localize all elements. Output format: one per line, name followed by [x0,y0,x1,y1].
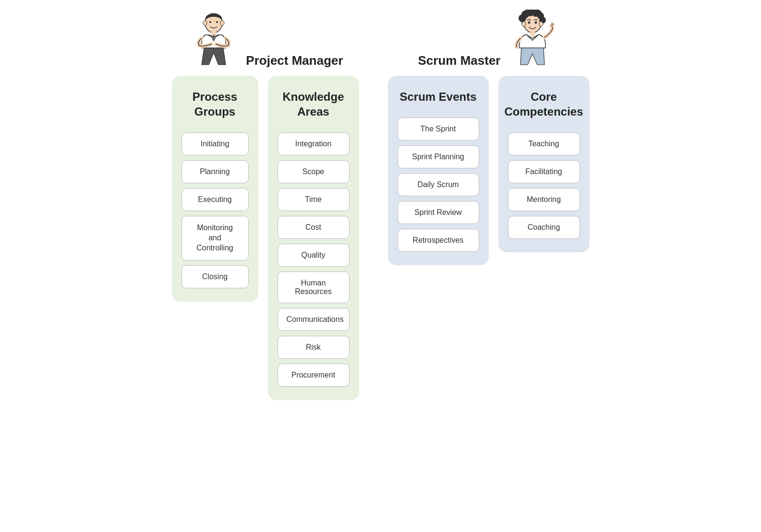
svg-point-16 [528,22,531,24]
svg-point-1 [203,21,207,25]
list-item: Quality [278,244,350,267]
sm-label: Scrum Master [418,53,501,68]
list-item: Procurement [278,364,350,387]
list-item: Scope [278,160,350,183]
pm-section: Project Manager ProcessGroups Initiating… [172,10,359,400]
svg-point-4 [216,21,218,23]
sm-title-block: Scrum Master [418,53,501,72]
list-item: Teaching [508,132,580,155]
sm-columns: Scrum Events The Sprint Sprint Planning … [388,76,590,265]
list-item: Cost [278,216,350,239]
svg-point-15 [539,22,543,26]
scrum-events-title: Scrum Events [399,89,476,104]
process-groups-column: ProcessGroups Initiating Planning Execut… [172,76,258,302]
pm-title-block: Project Manager [246,53,343,72]
pm-character-icon [187,10,240,72]
scrum-events-column: Scrum Events The Sprint Sprint Planning … [388,76,489,265]
list-item: Retrospectives [398,229,479,252]
list-item: Planning [181,160,249,183]
list-item: Daily Scrum [398,173,479,196]
sm-section: Scrum Master [388,10,590,265]
pm-columns: ProcessGroups Initiating Planning Execut… [172,76,359,400]
pm-label: Project Manager [246,53,343,68]
svg-point-3 [209,21,211,23]
svg-point-17 [535,22,537,24]
svg-point-2 [220,21,224,25]
list-item: Coaching [508,216,580,239]
core-competencies-column: CoreCompetencies Teaching Facilitating M… [498,76,590,252]
list-item: Risk [278,336,350,359]
svg-rect-18 [530,32,535,36]
list-item: Integration [278,132,350,155]
page-wrapper: Project Manager ProcessGroups Initiating… [19,10,742,400]
pm-header-row: Project Manager [187,10,343,72]
process-groups-title: ProcessGroups [193,89,237,119]
list-item: Mentoring [508,188,580,211]
list-item: Facilitating [508,160,580,183]
list-item: The Sprint [398,118,479,141]
list-item: Communications [278,308,350,331]
core-competencies-title: CoreCompetencies [504,89,583,119]
sm-header-row: Scrum Master [418,10,559,72]
svg-point-14 [522,22,526,26]
list-item: Closing [181,265,249,288]
list-item: Time [278,188,350,211]
list-item: Initiating [181,132,249,155]
list-item: Sprint Review [398,201,479,224]
list-item: Human Resources [278,272,350,303]
knowledge-areas-column: KnowledgeAreas Integration Scope Time Co… [268,76,359,400]
knowledge-areas-title: KnowledgeAreas [282,89,344,119]
list-item: Executing [181,188,249,211]
list-item: Sprint Planning [398,145,479,168]
sm-character-icon [506,10,559,72]
list-item: Monitoring and Controlling [181,216,249,260]
